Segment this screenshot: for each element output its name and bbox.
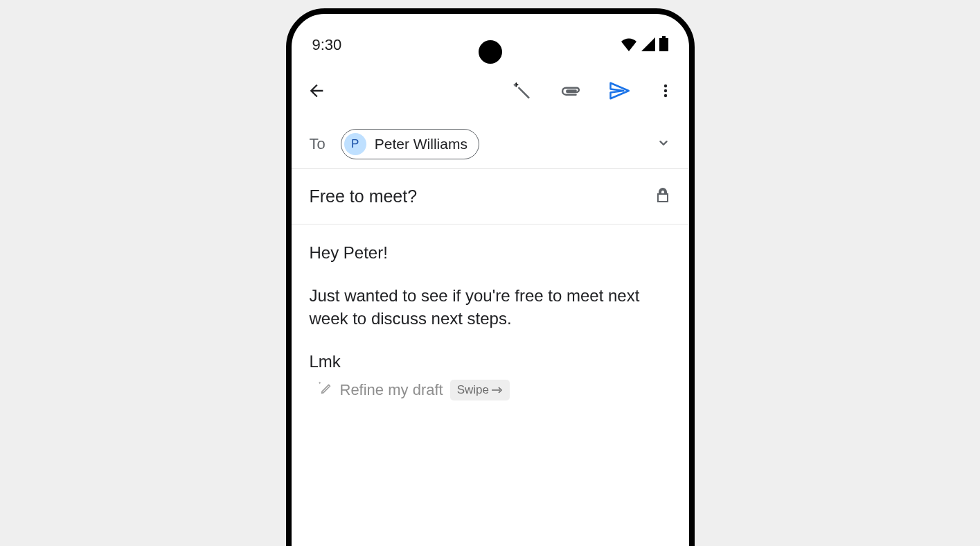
wifi-icon xyxy=(621,37,637,54)
recipient-name: Peter Williams xyxy=(375,136,467,152)
body-line: Lmk xyxy=(310,350,671,373)
pencil-sparkle-icon xyxy=(318,378,333,402)
recipient-chip[interactable]: P Peter Williams xyxy=(341,129,479,159)
status-icons xyxy=(621,36,668,54)
body-line: Just wanted to see if you're free to mee… xyxy=(310,284,671,331)
svg-rect-0 xyxy=(659,38,668,51)
more-menu-icon[interactable] xyxy=(657,81,674,103)
subject-row[interactable]: Free to meet? xyxy=(292,169,689,224)
lock-icon[interactable] xyxy=(654,187,671,206)
svg-point-4 xyxy=(663,94,666,97)
body-line: Hey Peter! xyxy=(310,241,671,265)
send-button[interactable] xyxy=(609,80,630,104)
camera-hole xyxy=(479,40,502,64)
back-button[interactable] xyxy=(307,81,326,103)
to-label: To xyxy=(310,135,326,153)
svg-point-3 xyxy=(663,89,666,92)
to-field-row[interactable]: To P Peter Williams xyxy=(292,119,689,169)
svg-point-2 xyxy=(663,85,666,87)
magic-wand-icon[interactable] xyxy=(512,80,533,104)
phone-frame: 9:30 xyxy=(286,8,695,546)
subject-text: Free to meet? xyxy=(310,186,418,206)
compose-body[interactable]: Hey Peter! Just wanted to see if you're … xyxy=(292,224,689,419)
status-time: 9:30 xyxy=(312,36,342,54)
recipient-avatar: P xyxy=(344,133,366,155)
attach-icon[interactable] xyxy=(560,80,581,104)
cellular-icon xyxy=(641,37,655,54)
refine-draft-hint[interactable]: Refine my draft Swipe xyxy=(310,378,671,402)
battery-icon xyxy=(659,36,668,54)
compose-toolbar xyxy=(292,64,689,119)
refine-label: Refine my draft xyxy=(340,380,443,401)
swipe-label: Swipe xyxy=(457,382,489,398)
svg-rect-1 xyxy=(662,36,666,38)
expand-recipients-button[interactable] xyxy=(656,135,671,153)
swipe-hint: Swipe xyxy=(450,380,510,400)
